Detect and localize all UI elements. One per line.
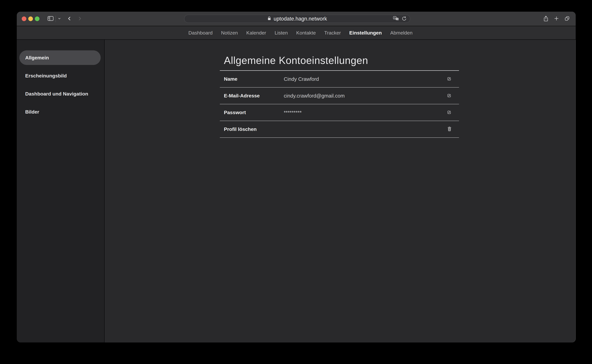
nav-item[interactable]: Kalender [246, 30, 266, 36]
edit-button[interactable] [447, 93, 452, 98]
sidebar-item[interactable]: Bilder [19, 104, 101, 119]
sidebar-chevron-button[interactable] [58, 17, 61, 21]
settings-table: Name Cindy Crawford [220, 70, 459, 138]
settings-row: Profil löschen [220, 121, 459, 138]
address-bar-actions: A x [393, 15, 407, 23]
row-value: Cindy Crawford [284, 76, 447, 82]
sidebar-item[interactable]: Dashboard und Navigation [19, 86, 101, 101]
back-button[interactable] [67, 16, 72, 22]
lock-icon [267, 16, 271, 21]
settings-sidebar: Allgemein Erscheinungsbild Dashboard und… [17, 40, 105, 342]
browser-window: uptodate.hagn.network A x [17, 12, 576, 342]
tab-overview-icon [564, 16, 570, 22]
row-label: Passwort [220, 110, 284, 115]
toolbar-divider [55, 16, 56, 22]
row-value: cindy.crawford@gmail.com [284, 93, 447, 99]
page-title: Allgemeine Kontoeinstellungen [224, 54, 576, 66]
settings-main: Allgemeine Kontoeinstellungen Name Cindy… [105, 40, 576, 342]
window-controls [22, 16, 39, 21]
settings-row: Passwort ********* [220, 104, 459, 121]
delete-button[interactable] [447, 127, 452, 132]
translate-icon: A x [393, 16, 399, 22]
svg-text:A: A [394, 17, 395, 19]
nav-item[interactable]: Notizen [221, 30, 238, 36]
share-button[interactable] [543, 15, 549, 22]
edit-icon [447, 93, 452, 98]
forward-icon [77, 16, 82, 22]
nav-item[interactable]: Einstellungen [349, 30, 382, 36]
nav-item[interactable]: Listen [275, 30, 288, 36]
desktop-background: { "theme": { "window_bg": "#29292b", "to… [0, 0, 592, 364]
site-navbar: Dashboard Notizen Kalender Listen Kontak… [17, 26, 576, 40]
sidebar-item[interactable]: Erscheinungsbild [19, 68, 101, 83]
edit-button[interactable] [447, 110, 452, 115]
reload-icon [401, 16, 407, 22]
close-button[interactable] [22, 16, 26, 21]
sidebar-toggle-icon [47, 16, 54, 22]
browser-toolbar: uptodate.hagn.network A x [17, 12, 576, 26]
nav-item[interactable]: Kontakte [296, 30, 316, 36]
edit-icon [447, 110, 452, 115]
nav-item[interactable]: Abmelden [390, 30, 413, 36]
settings-row: Name Cindy Crawford [220, 71, 459, 87]
reload-button[interactable] [401, 16, 407, 22]
row-label: Name [220, 76, 284, 82]
trash-icon [447, 127, 452, 132]
minimize-button[interactable] [28, 16, 33, 21]
chevron-down-icon [58, 17, 61, 21]
translate-button[interactable]: A x [393, 16, 399, 22]
svg-text:x: x [396, 18, 398, 20]
forward-button[interactable] [77, 16, 82, 22]
row-label: Profil löschen [220, 126, 284, 132]
tab-overview-button[interactable] [564, 16, 570, 22]
plus-icon [554, 16, 559, 22]
back-icon [67, 16, 72, 22]
new-tab-button[interactable] [554, 16, 559, 22]
edit-icon [447, 76, 452, 82]
row-value: ********* [284, 110, 447, 116]
url-text: uptodate.hagn.network [274, 16, 327, 22]
sidebar-toggle-button[interactable] [47, 16, 54, 22]
page-content: Allgemein Erscheinungsbild Dashboard und… [17, 40, 576, 342]
nav-item[interactable]: Tracker [324, 30, 341, 36]
share-icon [543, 15, 549, 22]
nav-item[interactable]: Dashboard [188, 30, 212, 36]
edit-button[interactable] [447, 76, 452, 82]
row-label: E-Mail-Adresse [220, 93, 284, 98]
sidebar-item[interactable]: Allgemein [19, 50, 101, 65]
settings-row: E-Mail-Adresse cindy.crawford@gmail.com [220, 87, 459, 104]
zoom-button[interactable] [35, 16, 39, 21]
address-bar[interactable]: uptodate.hagn.network A x [184, 15, 410, 23]
toolbar-right-actions [543, 12, 570, 26]
